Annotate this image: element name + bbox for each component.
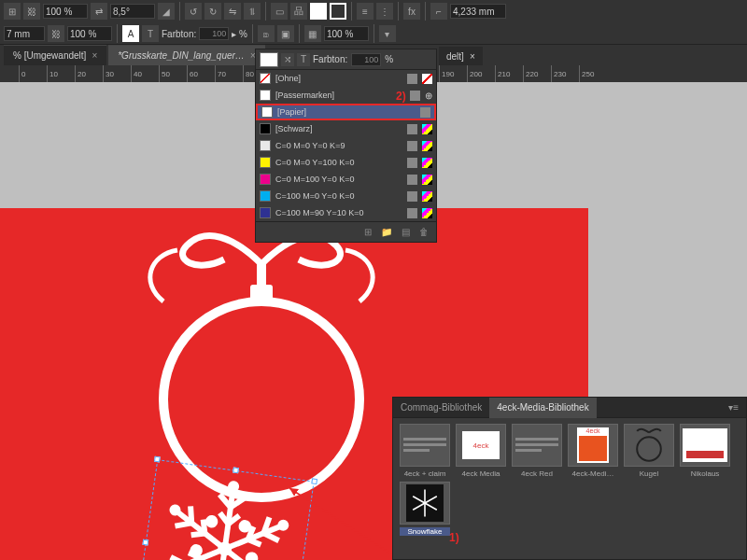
width-input[interactable] — [43, 4, 88, 19]
extras-icon[interactable]: ▾ — [379, 25, 396, 42]
flip-h-icon[interactable]: ⇋ — [224, 3, 241, 20]
library-item[interactable]: Nikolaus — [679, 424, 731, 478]
cmyk-icon — [422, 175, 432, 185]
tab-grusskarte[interactable]: *Grusskarte_DIN_lang_quer… × — [108, 45, 264, 65]
swatch-name: [Schwarz] — [275, 124, 402, 133]
resize-handle[interactable] — [142, 539, 148, 546]
trash-icon[interactable]: 🗑 — [417, 226, 430, 239]
swatch-row[interactable]: C=0 M=100 Y=0 K=0 — [256, 171, 436, 188]
library-item[interactable]: 4eck4eck Media — [455, 424, 507, 478]
w-input[interactable] — [4, 26, 45, 41]
library-item[interactable]: 4eck4eck-Medi… — [567, 424, 619, 478]
library-thumbnail: 4eck — [456, 424, 506, 467]
top-toolbar: ⊞ ⛓ ⇄ ◢ ↺ ↻ ⇋ ⥮ ▭ 品 ≡ ⋮ fx ⌐ ⛓ A T Farbt… — [0, 0, 747, 45]
ruler-tick: 230 — [551, 65, 579, 82]
swatch-chip — [260, 73, 271, 84]
swatch-row[interactable]: C=0 M=0 Y=100 K=0 — [256, 154, 436, 171]
corner-icon[interactable]: ⌐ — [430, 3, 447, 20]
tab-label: % [Umgewandelt] — [13, 50, 86, 61]
swatch-row[interactable]: [Schwarz] — [256, 120, 436, 137]
swatch-header: ⤭ T Farbton: % — [256, 49, 436, 70]
resize-handle[interactable] — [154, 456, 161, 463]
arrange-icon[interactable]: 品 — [290, 3, 307, 20]
library-item-label: 4eck-Medi… — [568, 469, 618, 478]
swatch-chip — [261, 106, 273, 118]
swap-fill-stroke-icon[interactable]: ⤭ — [281, 53, 294, 66]
xy-icon[interactable]: ⊞ — [4, 3, 21, 20]
swatch-name: C=0 M=100 Y=0 K=0 — [275, 175, 402, 184]
swatch-row[interactable]: [Papier] — [256, 104, 436, 120]
stroke-icon[interactable] — [330, 3, 346, 20]
align-icon[interactable]: ≡ — [357, 3, 374, 20]
swatches-panel: ⤭ T Farbton: % [Ohne][Passermarken]⊕[Pap… — [255, 49, 437, 243]
swatch-row[interactable]: C=100 M=90 Y=10 K=0 — [256, 204, 436, 221]
close-icon[interactable]: × — [92, 50, 97, 61]
swatch-footer: ⊞ 📁 ▤ 🗑 — [256, 221, 436, 242]
fill-icon[interactable] — [310, 3, 327, 20]
rotate-cw-icon[interactable]: ↻ — [204, 3, 221, 20]
corner-options-icon[interactable]: ⎄ — [258, 25, 275, 42]
swatch-view-icon[interactable]: ⊞ — [361, 226, 374, 239]
tab-umgewandelt[interactable]: % [Umgewandelt] × — [4, 45, 106, 65]
library-item-label: 4eck Media — [456, 469, 506, 478]
angle-input[interactable] — [110, 4, 155, 19]
library-item[interactable]: Snowflake — [399, 482, 451, 536]
linked-icon[interactable]: ⛓ — [23, 3, 40, 20]
swatch-chip — [260, 190, 271, 202]
opacity-icon[interactable]: ▦ — [304, 25, 321, 42]
swatch-name: [Ohne] — [275, 74, 402, 83]
library-item[interactable]: 4eck + claim — [399, 424, 451, 478]
swatch-name: C=0 M=0 Y=0 K=9 — [275, 141, 402, 150]
distribute-icon[interactable]: ⋮ — [376, 3, 393, 20]
resize-handle[interactable] — [311, 478, 317, 484]
flip-v-icon[interactable]: ⥮ — [244, 3, 261, 20]
fx-icon[interactable]: fx — [403, 3, 420, 20]
svg-point-10 — [241, 523, 248, 530]
farbton-label-2: Farbton: — [313, 54, 347, 64]
tab-fragment[interactable]: delt] × — [439, 47, 483, 65]
new-folder-icon[interactable]: 📁 — [380, 226, 393, 239]
resize-handle[interactable] — [233, 467, 239, 473]
svg-point-13 — [192, 547, 200, 554]
rotate-ccw-icon[interactable]: ↺ — [185, 3, 202, 20]
swatch-type-icon — [407, 74, 417, 84]
library-item[interactable]: Kugel — [623, 424, 675, 478]
new-swatch-icon[interactable]: ▤ — [399, 226, 412, 239]
library-thumbnail — [400, 482, 450, 525]
library-item[interactable]: 4eck Red — [511, 424, 563, 478]
swatch-row[interactable]: C=0 M=0 Y=0 K=9 — [256, 137, 436, 154]
text-t-icon[interactable]: T — [142, 25, 159, 42]
dim-input[interactable] — [450, 4, 506, 19]
textwrap-icon[interactable]: ▣ — [277, 25, 294, 42]
swap-icon[interactable]: ⇄ — [91, 3, 107, 20]
swatch-row[interactable]: C=100 M=0 Y=0 K=0 — [256, 188, 436, 204]
shear-icon[interactable]: ◢ — [158, 3, 175, 20]
library-item-label: 4eck Red — [512, 469, 562, 478]
tint-input[interactable] — [351, 53, 381, 66]
ruler-tick: 50 — [159, 65, 187, 82]
close-icon[interactable]: × — [470, 51, 475, 62]
text-fill-icon[interactable]: A — [122, 25, 139, 42]
library-grid: 4eck + claim4eck4eck Media4eck Red4eck4e… — [393, 418, 746, 541]
farbton-input[interactable] — [199, 27, 229, 40]
ruler-tick: 220 — [523, 65, 551, 82]
swatch-chip — [260, 174, 271, 185]
tab-commag[interactable]: Commag-Bibliothek — [393, 398, 489, 418]
opacity-input[interactable] — [324, 26, 369, 41]
svg-point-17 — [637, 437, 661, 461]
cmyk-icon — [422, 158, 432, 168]
swatch-chip — [260, 90, 271, 101]
swatch-row[interactable]: [Ohne] — [256, 70, 436, 87]
select-container-icon[interactable]: ▭ — [271, 3, 288, 20]
hpct-input[interactable] — [67, 26, 112, 41]
link-icon[interactable]: ⛓ — [48, 25, 64, 42]
formatting-text-icon[interactable]: T — [297, 53, 310, 66]
library-thumbnail — [512, 424, 562, 467]
swatch-name: C=100 M=0 Y=0 K=0 — [275, 191, 402, 201]
tab-4eck[interactable]: 4eck-Media-Bibliothek — [489, 398, 596, 418]
panel-menu-icon[interactable]: ▾≡ — [721, 398, 746, 418]
swatch-type-icon — [410, 91, 420, 101]
fill-proxy-icon[interactable] — [260, 52, 278, 67]
swatch-type-icon — [407, 208, 417, 218]
swatch-row[interactable]: [Passermarken]⊕ — [256, 87, 436, 104]
